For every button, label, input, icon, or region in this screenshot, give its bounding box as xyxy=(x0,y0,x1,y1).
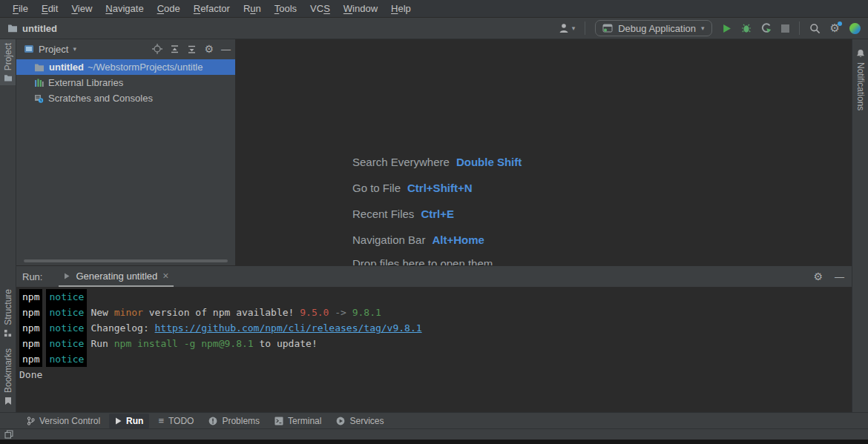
shortcut-row: Navigation Bar Alt+Home xyxy=(352,232,522,248)
editor-area: Search Everywhere Double Shift Go to Fil… xyxy=(236,39,852,265)
console-line: npmnoticeNew minor version of npm availa… xyxy=(19,305,852,320)
chevron-down-icon[interactable]: ▾ xyxy=(73,45,76,53)
changelog-link[interactable]: https://github.com/npm/cli/releases/tag/… xyxy=(155,322,422,334)
toolwindow-todo[interactable]: ≡ TODO xyxy=(152,414,200,428)
problems-icon xyxy=(208,417,217,425)
folder-icon xyxy=(34,63,45,72)
run-panel-label: Run: xyxy=(22,271,42,282)
project-panel-header: Project ▾ ⚙ — xyxy=(16,39,235,59)
project-view-icon xyxy=(24,44,34,54)
toolbar-divider xyxy=(585,21,585,35)
settings-gear-icon[interactable]: ⚙ xyxy=(830,23,840,34)
chevron-down-icon: ▾ xyxy=(701,24,705,32)
stripe-project-button[interactable]: Project xyxy=(0,39,16,85)
menu-navigate[interactable]: Navigate xyxy=(99,1,150,16)
stripe-notifications-label: Notifications xyxy=(855,62,866,110)
menu-file[interactable]: File xyxy=(6,1,35,16)
notification-dot xyxy=(838,21,842,26)
run-config-select[interactable]: Debug Application ▾ xyxy=(595,20,711,36)
stripe-bookmarks-label: Bookmarks xyxy=(3,348,13,393)
stripe-structure-label: Structure xyxy=(3,289,13,325)
stop-button[interactable] xyxy=(781,24,789,33)
close-icon[interactable]: × xyxy=(162,270,168,282)
main-toolbar: untitled ▾ Debug Application ▾ xyxy=(0,18,868,39)
shortcut-row: Search Everywhere Double Shift xyxy=(352,154,522,170)
locate-file-icon[interactable] xyxy=(152,44,162,54)
horizontal-scrollbar[interactable] xyxy=(24,259,228,262)
terminal-icon xyxy=(274,417,283,425)
hide-run-panel-icon[interactable]: — xyxy=(835,271,844,282)
folder-icon xyxy=(4,74,13,82)
toolwindow-terminal[interactable]: Terminal xyxy=(269,414,327,428)
debug-button[interactable] xyxy=(741,23,752,33)
toolwindow-version-control[interactable]: Version Control xyxy=(21,414,106,428)
run-button[interactable] xyxy=(722,24,731,33)
run-console: npmnotice npmnoticeNew minor version of … xyxy=(16,287,852,412)
play-icon xyxy=(115,417,122,425)
bell-icon xyxy=(856,49,865,59)
console-line-done: Done xyxy=(19,367,852,382)
search-icon[interactable] xyxy=(809,23,821,34)
menu-code[interactable]: Code xyxy=(151,1,187,16)
layout-icon[interactable] xyxy=(4,430,13,439)
toolwindow-problems[interactable]: Problems xyxy=(203,414,266,428)
menu-view[interactable]: View xyxy=(65,1,99,16)
project-tool-window: Project ▾ ⚙ — untitled~ xyxy=(16,39,236,265)
run-config-icon xyxy=(602,24,613,33)
tree-row-scratches[interactable]: Scratches and Consoles xyxy=(16,90,235,106)
libraries-icon xyxy=(34,79,44,87)
console-line: npmnotice xyxy=(19,289,852,305)
menu-window[interactable]: Window xyxy=(337,1,384,16)
toolwindow-run[interactable]: Run xyxy=(109,414,149,428)
menu-edit[interactable]: Edit xyxy=(35,1,65,16)
hide-panel-icon[interactable]: — xyxy=(221,44,231,55)
project-title: untitled xyxy=(7,23,57,34)
console-line: npmnoticeRun npm install -g npm@9.8.1 to… xyxy=(19,336,852,351)
drop-files-hint: Drop files here to open them xyxy=(352,257,493,265)
services-icon xyxy=(336,417,345,425)
toolbar-divider xyxy=(799,21,800,35)
menu-tools[interactable]: Tools xyxy=(268,1,303,16)
tree-row-external-libraries[interactable]: External Libraries xyxy=(16,75,235,90)
shortcut-row: Recent Files Ctrl+E xyxy=(352,206,522,222)
run-tool-window: Run: Generating untitled × ⚙ — npmnotice… xyxy=(16,265,852,412)
folder-icon xyxy=(7,24,18,33)
bottom-edge-strip xyxy=(0,440,868,444)
project-panel-title: Project xyxy=(39,44,68,55)
welcome-shortcuts: Search Everywhere Double Shift Go to Fil… xyxy=(352,154,522,258)
tool-window-bar: Version Control Run ≡ TODO Problems Term… xyxy=(0,412,868,428)
user-profile-icon[interactable]: ▾ xyxy=(559,23,576,33)
right-tool-stripe: Notifications xyxy=(852,39,868,428)
run-tab-play-icon xyxy=(63,272,70,280)
run-settings-gear-icon[interactable]: ⚙ xyxy=(813,271,823,282)
stripe-notifications-button[interactable]: Notifications xyxy=(852,45,868,114)
run-panel-header: Run: Generating untitled × ⚙ — xyxy=(16,266,852,287)
stripe-bookmarks-button[interactable]: Bookmarks xyxy=(0,345,16,409)
run-config-label: Debug Application xyxy=(618,23,696,34)
stripe-structure-button[interactable]: Structure xyxy=(0,285,16,341)
stripe-project-label: Project xyxy=(3,43,13,70)
bookmark-icon xyxy=(4,397,12,405)
menu-help[interactable]: Help xyxy=(384,1,418,16)
tree-row-root[interactable]: untitled~/WebstormProjects/untitle xyxy=(16,59,235,75)
ide-badge-icon[interactable] xyxy=(849,23,861,34)
scratches-icon xyxy=(34,94,44,103)
toolwindow-services[interactable]: Services xyxy=(330,414,389,428)
console-line: npmnotice xyxy=(19,351,852,367)
console-line: npmnoticeChangelog: https://github.com/n… xyxy=(19,320,852,336)
collapse-all-icon[interactable] xyxy=(187,44,197,54)
project-tree: untitled~/WebstormProjects/untitle Exter… xyxy=(16,59,235,106)
profiler-button[interactable] xyxy=(761,23,772,33)
structure-icon xyxy=(4,329,12,337)
webstorm-window: File Edit View Navigate Code Refactor Ru… xyxy=(0,0,868,444)
menu-bar: File Edit View Navigate Code Refactor Ru… xyxy=(0,0,868,18)
shortcut-row: Go to File Ctrl+Shift+N xyxy=(352,180,522,196)
panel-settings-gear-icon[interactable]: ⚙ xyxy=(204,44,214,54)
menu-refactor[interactable]: Refactor xyxy=(187,1,237,16)
menu-run[interactable]: Run xyxy=(237,1,268,16)
project-title-label: untitled xyxy=(22,23,57,34)
chevron-down-icon: ▾ xyxy=(572,24,576,32)
menu-vcs[interactable]: VCS xyxy=(303,1,337,16)
expand-all-icon[interactable] xyxy=(170,44,180,54)
run-tab-generating-untitled[interactable]: Generating untitled × xyxy=(59,266,173,287)
